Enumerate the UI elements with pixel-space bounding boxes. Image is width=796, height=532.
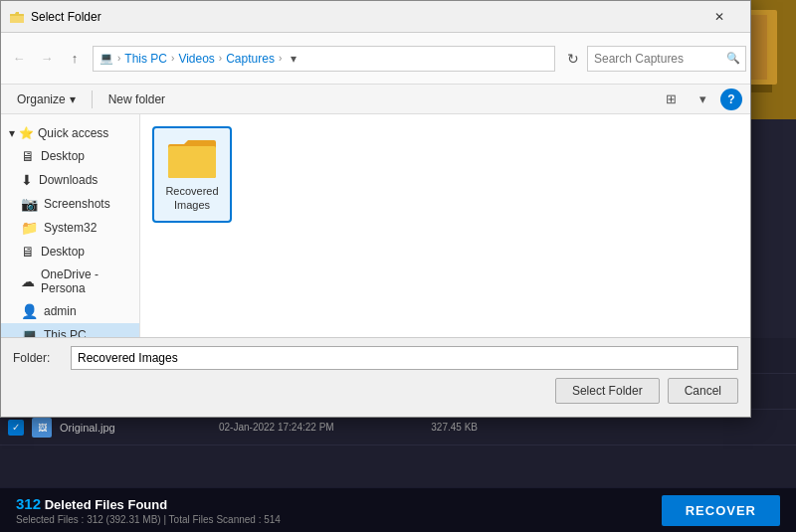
admin-icon: 👤	[21, 303, 38, 319]
folder-name-recovered: Recovered Images	[162, 184, 222, 213]
toolbar-separator	[92, 90, 93, 108]
sidebar-item-thispc[interactable]: 💻 This PC	[1, 323, 139, 337]
svg-rect-6	[10, 16, 24, 23]
sidebar-item-label: Desktop	[41, 149, 85, 163]
sidebar-item-label: OneDrive - Persona	[41, 267, 131, 295]
sidebar-item-label: System32	[44, 221, 97, 235]
address-bar[interactable]: 💻 › This PC › Videos › Captures › ▾	[93, 46, 555, 72]
downloads-icon: ⬇	[21, 172, 33, 188]
select-folder-dialog: Select Folder ✕ ← → ↑ 💻 › This PC › Vide…	[0, 0, 751, 418]
cancel-button[interactable]: Cancel	[668, 378, 738, 404]
dialog-footer: Folder: Select Folder Cancel	[1, 337, 750, 417]
selected-info: Selected Files : 312 (392.31 MB) | Total…	[16, 514, 281, 525]
crumb-captures[interactable]: Captures	[226, 52, 275, 66]
search-icon: 🔍	[726, 52, 740, 65]
deleted-label: Deleted Files Found	[45, 497, 168, 512]
up-button[interactable]: ↑	[61, 45, 89, 73]
file-size-3: 327.45 KB	[398, 422, 478, 433]
system32-icon: 📁	[21, 220, 38, 236]
help-button[interactable]: ?	[720, 89, 742, 110]
status-bar: 312 Deleted Files Found Selected Files :…	[0, 488, 796, 532]
folder-input[interactable]	[71, 346, 738, 370]
new-folder-button[interactable]: New folder	[100, 89, 173, 110]
sidebar-item-downloads[interactable]: ⬇ Downloads	[1, 168, 139, 192]
navigation-sidebar: ▾ ⭐ Quick access 🖥 Desktop ⬇ Downloads 📷…	[1, 114, 140, 337]
quick-access-section[interactable]: ▾ ⭐ Quick access	[1, 122, 139, 144]
sidebar-item-label: Screenshots	[44, 197, 110, 211]
thispc-icon: 💻	[21, 327, 38, 337]
refresh-button[interactable]: ↻	[559, 45, 587, 73]
crumb-videos[interactable]: Videos	[178, 52, 214, 66]
sidebar-item-onedrive[interactable]: ☁ OneDrive - Persona	[1, 264, 139, 299]
search-wrapper: 🔍	[587, 46, 746, 72]
folder-label: Folder:	[13, 351, 63, 365]
sidebar-item-system32[interactable]: 📁 System32	[1, 216, 139, 240]
desktop-icon: 🖥	[21, 148, 35, 164]
sidebar-item-admin[interactable]: 👤 admin	[1, 299, 139, 323]
sidebar-item-label: This PC	[44, 328, 87, 337]
folder-item-recovered[interactable]: Recovered Images	[152, 126, 232, 223]
sidebar-item-label: Desktop	[41, 245, 85, 259]
deleted-count: 312	[16, 495, 41, 512]
crumb-thispc[interactable]: This PC	[124, 52, 167, 66]
address-toolbar: ← → ↑ 💻 › This PC › Videos › Captures › …	[1, 33, 750, 85]
sidebar-item-label: admin	[44, 304, 77, 318]
folder-icon-recovered	[166, 136, 218, 180]
file-area: Recovered Images	[140, 114, 750, 337]
desktop2-icon: 🖥	[21, 244, 35, 260]
breadcrumb: 💻 › This PC › Videos › Captures ›	[100, 52, 284, 66]
sidebar-item-label: Downloads	[39, 173, 98, 187]
sidebar-item-screenshots[interactable]: 📷 Screenshots	[1, 192, 139, 216]
address-dropdown-arrow[interactable]: ▾	[284, 47, 303, 71]
quick-access-chevron: ▾	[9, 126, 15, 140]
select-folder-button[interactable]: Select Folder	[555, 378, 660, 404]
file-icon-3: 🖼	[32, 418, 52, 438]
quick-access-label: Quick access	[38, 126, 108, 140]
file-grid: Recovered Images	[152, 126, 738, 223]
view-toggle-button[interactable]: ⊞	[657, 89, 685, 110]
toolbar-right-section: ⊞ ▾ ?	[657, 89, 742, 110]
forward-button[interactable]: →	[33, 45, 61, 73]
close-button[interactable]: ✕	[696, 3, 742, 31]
back-button[interactable]: ←	[5, 45, 33, 73]
dialog-title-icon	[9, 9, 25, 25]
search-input[interactable]	[587, 46, 746, 72]
file-checkbox-3[interactable]: ✓	[8, 420, 24, 436]
file-name-3: Original.jpg	[60, 422, 219, 434]
organize-dropdown-icon: ▾	[70, 92, 76, 106]
footer-buttons: Select Folder Cancel	[13, 378, 738, 404]
dialog-title-text: Select Folder	[31, 10, 696, 24]
onedrive-icon: ☁	[21, 273, 35, 289]
recover-button[interactable]: RECOVER	[662, 495, 780, 526]
file-date-3: 02-Jan-2022 17:24:22 PM	[219, 422, 398, 433]
organize-button[interactable]: Organize ▾	[9, 89, 84, 110]
sidebar-item-desktop2[interactable]: 🖥 Desktop	[1, 240, 139, 264]
quick-access-icon: ⭐	[19, 126, 34, 140]
view-dropdown-button[interactable]: ▾	[689, 89, 716, 110]
folder-row: Folder:	[13, 346, 738, 370]
dialog-body: ▾ ⭐ Quick access 🖥 Desktop ⬇ Downloads 📷…	[1, 114, 750, 337]
secondary-toolbar: Organize ▾ New folder ⊞ ▾ ?	[1, 85, 750, 114]
dialog-titlebar: Select Folder ✕	[1, 1, 750, 33]
screenshots-icon: 📷	[21, 196, 38, 212]
sidebar-item-desktop1[interactable]: 🖥 Desktop	[1, 144, 139, 168]
